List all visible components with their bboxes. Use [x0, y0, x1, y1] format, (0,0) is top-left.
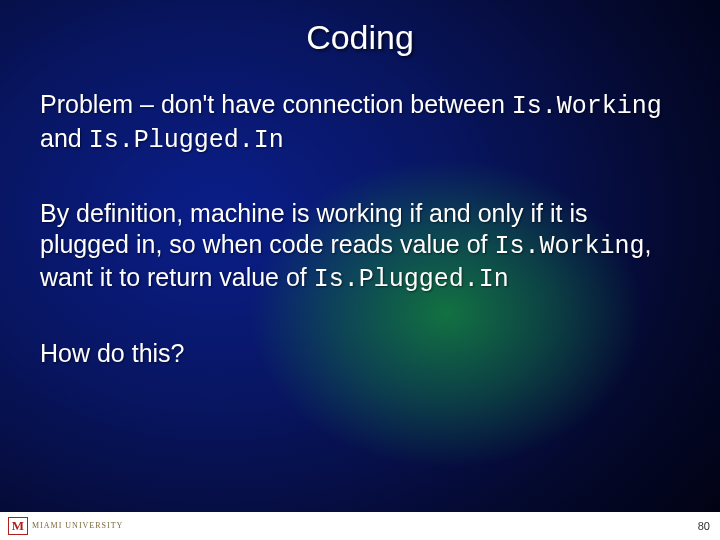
logo-text: MIAMI UNIVERSITY: [32, 522, 123, 530]
paragraph-2: By definition, machine is working if and…: [40, 198, 680, 296]
code-ispluggedin: Is.Plugged.In: [89, 126, 284, 155]
logo-mark-icon: M: [8, 517, 28, 535]
footer: M MIAMI UNIVERSITY 80: [0, 512, 720, 540]
code-ispluggedin: Is.Plugged.In: [314, 265, 509, 294]
page-number: 80: [698, 520, 710, 532]
slide-body: Problem – don't have connection between …: [40, 89, 680, 368]
text: and: [40, 124, 89, 152]
university-logo: M MIAMI UNIVERSITY: [8, 517, 123, 535]
slide: Coding Problem – don't have connection b…: [0, 0, 720, 540]
code-isworking: Is.Working: [512, 92, 662, 121]
paragraph-3: How do this?: [40, 338, 680, 369]
text: Problem – don't have connection between: [40, 90, 512, 118]
slide-title: Coding: [40, 18, 680, 57]
paragraph-1: Problem – don't have connection between …: [40, 89, 680, 156]
code-isworking: Is.Working: [494, 232, 644, 261]
